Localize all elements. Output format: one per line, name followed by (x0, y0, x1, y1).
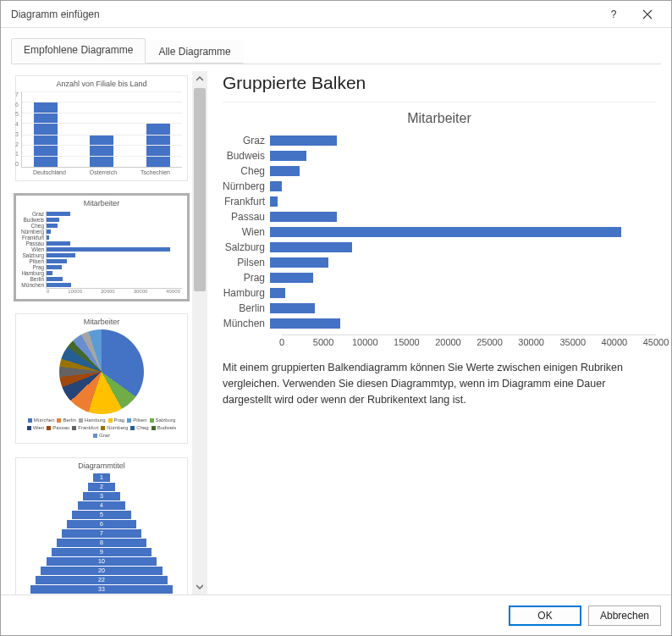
chart-x-axis: 0500010000150002000025000300003500040000… (282, 335, 656, 348)
titlebar: Diagramm einfügen ? (1, 1, 671, 28)
insert-chart-dialog: { "dialog": { "title": "Diagramm einfüge… (0, 0, 672, 636)
chart-type-heading: Gruppierte Balken (223, 73, 656, 93)
chart-thumb-pie[interactable]: Mitarbeiter MünchenBerlinHamburgPragPils… (11, 309, 192, 448)
chart-thumb-funnel[interactable]: Diagrammtitel 1234567891020223378 (11, 453, 192, 595)
chart-title: Mitarbeiter (223, 111, 656, 126)
dialog-body: Anzahl von Filiale bis Land 76543210 Deu… (1, 64, 671, 595)
scroll-down-button[interactable] (192, 579, 207, 595)
chart-description: Mit einem gruppierten Balkendiagramm kön… (223, 360, 656, 407)
chart-thumbnails-panel: Anzahl von Filiale bis Land 76543210 Deu… (11, 71, 207, 595)
close-button[interactable] (631, 3, 664, 26)
chevron-down-icon (196, 583, 203, 590)
chevron-up-icon (196, 75, 203, 82)
thumbnail-list: Anzahl von Filiale bis Land 76543210 Deu… (11, 71, 192, 595)
scroll-thumb[interactable] (194, 88, 206, 291)
chart-thumb-bar[interactable]: Mitarbeiter GrazBudweisChegNürnbergFrank… (11, 191, 192, 304)
chart-y-labels: GrazBudweisChegNürnbergFrankfurtPassauWi… (223, 133, 270, 331)
dialog-title: Diagramm einfügen (8, 8, 597, 20)
thumbnail-scrollbar[interactable] (192, 71, 207, 595)
tabs: Empfohlene Diagramme Alle Diagramme (1, 28, 671, 64)
chart-plot-area (270, 133, 656, 331)
tab-recommended[interactable]: Empfohlene Diagramme (11, 38, 146, 64)
chart-preview-panel: Gruppierte Balken Mitarbeiter GrazBudwei… (207, 71, 661, 595)
dialog-footer: OK Abbrechen (1, 595, 671, 635)
help-button[interactable]: ? (597, 3, 631, 26)
chart-preview: Mitarbeiter GrazBudweisChegNürnbergFrank… (223, 102, 656, 348)
cancel-button[interactable]: Abbrechen (588, 606, 661, 626)
tab-all[interactable]: Alle Diagramme (146, 40, 243, 64)
scroll-up-button[interactable] (192, 71, 207, 86)
ok-button[interactable]: OK (509, 606, 581, 626)
chart-thumb-column[interactable]: Anzahl von Filiale bis Land 76543210 Deu… (11, 71, 192, 185)
close-icon (642, 9, 653, 19)
